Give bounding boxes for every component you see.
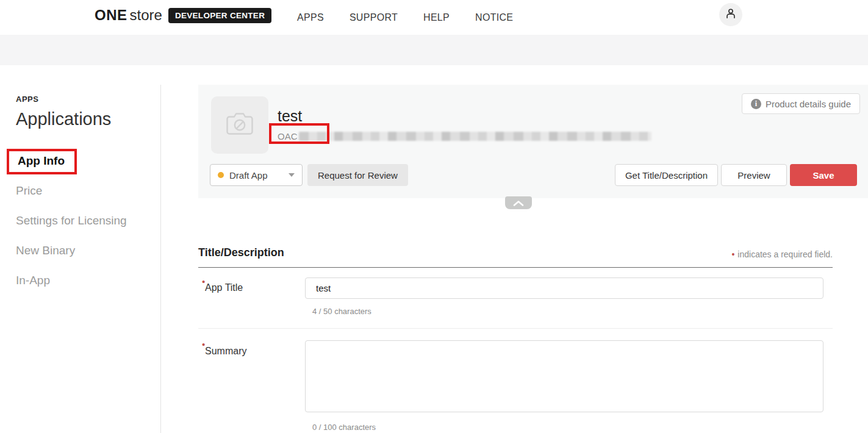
logo-one-text: ONE — [95, 7, 127, 24]
nav-notice[interactable]: NOTICE — [475, 12, 513, 23]
top-nav: APPS SUPPORT HELP NOTICE — [297, 0, 513, 35]
sidebar-section-label: APPS — [16, 95, 160, 104]
preview-button[interactable]: Preview — [721, 164, 787, 186]
nav-help[interactable]: HELP — [423, 12, 450, 23]
header-action-buttons: Get Title/Description Preview Save — [615, 164, 857, 186]
section-header: Title/Description •indicates a required … — [198, 246, 833, 268]
app-title-field-row: • App Title 4 / 50 characters — [198, 268, 833, 329]
sidebar: APPS Applications App Info Price Setting… — [0, 85, 161, 433]
summary-label: • Summary — [198, 340, 305, 432]
product-details-guide-button[interactable]: i Product details guide — [742, 93, 860, 114]
section-title: Title/Description — [198, 246, 284, 259]
app-title-input[interactable] — [305, 277, 823, 299]
sidebar-item-new-binary[interactable]: New Binary — [16, 244, 160, 257]
collapse-panel-button[interactable] — [505, 196, 532, 209]
status-dot-icon — [218, 172, 224, 178]
logo-store-text: store — [130, 7, 162, 24]
required-bullet-icon: • — [731, 249, 734, 259]
sidebar-item-price[interactable]: Price — [16, 184, 160, 198]
app-title-label-text: App Title — [205, 282, 243, 293]
required-field-note: •indicates a required field. — [731, 249, 833, 259]
app-title-char-counter: 4 / 50 characters — [312, 307, 833, 316]
sub-header-banner — [0, 35, 868, 65]
chevron-up-icon — [513, 198, 524, 209]
onestore-logo[interactable]: ONE store DEVELOPER CENTER — [95, 7, 271, 24]
app-title-label: • App Title — [198, 277, 305, 316]
user-account-button[interactable] — [719, 3, 742, 26]
sidebar-nav: App Info Price Settings for Licensing Ne… — [16, 152, 160, 287]
required-note-text: indicates a required field. — [737, 249, 833, 259]
sidebar-item-app-info[interactable]: App Info — [7, 149, 77, 174]
sidebar-item-settings-licensing[interactable]: Settings for Licensing — [16, 214, 160, 227]
app-thumbnail-placeholder[interactable] — [211, 96, 268, 154]
nav-support[interactable]: SUPPORT — [350, 12, 398, 23]
guide-button-label: Product details guide — [766, 99, 851, 109]
summary-field-row: • Summary 0 / 100 characters — [198, 329, 833, 432]
summary-label-text: Summary — [205, 346, 246, 356]
app-id-row: OAC — [278, 131, 651, 141]
user-icon — [724, 7, 737, 23]
chevron-down-icon — [289, 173, 295, 177]
developer-center-badge: DEVELOPER CENTER — [168, 8, 271, 23]
title-description-section: Title/Description •indicates a required … — [198, 246, 833, 432]
top-header: ONE store DEVELOPER CENTER APPS SUPPORT … — [0, 0, 868, 35]
sidebar-title: Applications — [16, 109, 160, 129]
request-for-review-button[interactable]: Request for Review — [307, 164, 408, 186]
app-header-panel: test OAC i Product details guide Draft A… — [198, 85, 868, 198]
required-asterisk: • — [202, 339, 205, 349]
app-title: test — [278, 107, 302, 125]
required-asterisk: • — [202, 276, 205, 287]
app-id-redacted-blur — [299, 132, 651, 141]
nav-apps[interactable]: APPS — [297, 12, 324, 23]
app-title-field-main: 4 / 50 characters — [305, 277, 833, 316]
no-image-camera-icon — [226, 111, 254, 139]
status-selected-value: Draft App — [229, 170, 289, 181]
summary-field-main: 0 / 100 characters — [305, 340, 833, 432]
action-row: Draft App Request for Review Get Title/D… — [198, 164, 868, 186]
app-status-dropdown[interactable]: Draft App — [210, 164, 303, 186]
sidebar-item-in-app[interactable]: In-App — [16, 274, 160, 287]
summary-textarea[interactable] — [305, 340, 823, 412]
app-id-text: OAC — [278, 131, 298, 141]
summary-char-counter: 0 / 100 characters — [312, 423, 833, 432]
save-button[interactable]: Save — [790, 164, 857, 186]
get-title-description-button[interactable]: Get Title/Description — [615, 164, 718, 186]
info-icon: i — [751, 99, 761, 109]
